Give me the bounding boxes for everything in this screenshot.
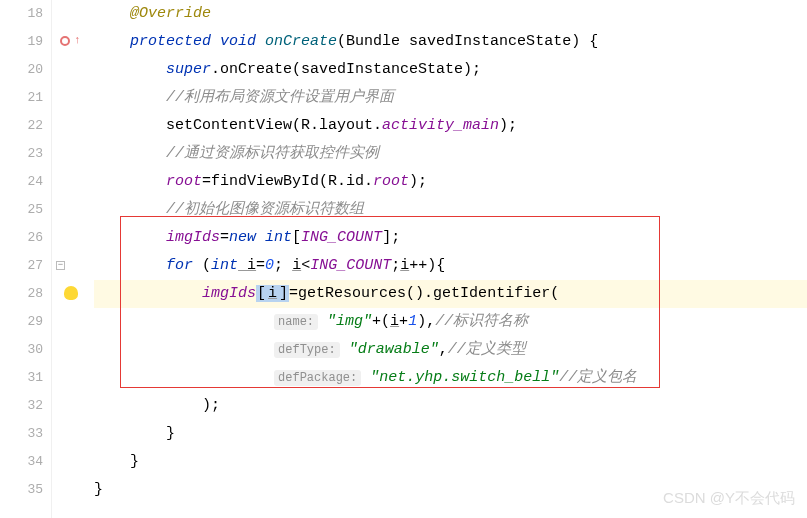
param-hint: defPackage: bbox=[274, 370, 361, 386]
line-number: 30 bbox=[0, 336, 43, 364]
line-number: 22 bbox=[0, 112, 43, 140]
line-number: 35 bbox=[0, 476, 43, 504]
line-number: 26 bbox=[0, 224, 43, 252]
code-editor: 18 19 20 21 22 23 24 25 26 27 28 29 30 3… bbox=[0, 0, 807, 518]
line-number: 28 bbox=[0, 280, 43, 308]
line-number: 20 bbox=[0, 56, 43, 84]
line-number: 19 bbox=[0, 28, 43, 56]
code-line[interactable]: ); bbox=[94, 392, 807, 420]
code-line[interactable]: } bbox=[94, 448, 807, 476]
line-number: 24 bbox=[0, 168, 43, 196]
code-line[interactable]: name: "img"+(i+1),//标识符名称 bbox=[94, 308, 807, 336]
line-number: 31 bbox=[0, 364, 43, 392]
code-line[interactable]: super.onCreate(savedInstanceState); bbox=[94, 56, 807, 84]
param-hint: defType: bbox=[274, 342, 340, 358]
code-line[interactable]: defType: "drawable",//定义类型 bbox=[94, 336, 807, 364]
code-line[interactable]: imgIds=new int[ING_COUNT]; bbox=[94, 224, 807, 252]
code-line[interactable]: //通过资源标识符获取控件实例 bbox=[94, 140, 807, 168]
line-number: 18 bbox=[0, 0, 43, 28]
line-number: 23 bbox=[0, 140, 43, 168]
line-number: 25 bbox=[0, 196, 43, 224]
code-line[interactable]: } bbox=[94, 420, 807, 448]
code-line[interactable]: root=findViewById(R.id.root); bbox=[94, 168, 807, 196]
code-line[interactable]: for (int i=0; i<ING_COUNT;i++){ bbox=[94, 252, 807, 280]
watermark: CSDN @Y不会代码 bbox=[663, 489, 795, 508]
line-number-gutter: 18 19 20 21 22 23 24 25 26 27 28 29 30 3… bbox=[0, 0, 52, 518]
fold-toggle-icon[interactable]: − bbox=[56, 261, 65, 270]
code-line[interactable]: setContentView(R.layout.activity_main); bbox=[94, 112, 807, 140]
intention-bulb-icon[interactable] bbox=[64, 286, 78, 300]
line-number: 27 bbox=[0, 252, 43, 280]
code-line[interactable]: defPackage: "net.yhp.switch_bell"//定义包名 bbox=[94, 364, 807, 392]
line-number: 32 bbox=[0, 392, 43, 420]
code-line[interactable]: @Override bbox=[94, 0, 807, 28]
code-line[interactable]: //初始化图像资源标识符数组 bbox=[94, 196, 807, 224]
gutter-icons: ↑ − bbox=[52, 0, 90, 518]
override-arrow-icon[interactable]: ↑ bbox=[74, 34, 81, 46]
line-number: 21 bbox=[0, 84, 43, 112]
code-line[interactable]: //利用布局资源文件设置用户界面 bbox=[94, 84, 807, 112]
param-hint: name: bbox=[274, 314, 318, 330]
code-line-active[interactable]: imgIds[i]=getResources().getIdentifier( bbox=[94, 280, 807, 308]
code-area[interactable]: @Override protected void onCreate(Bundle… bbox=[90, 0, 807, 518]
override-gutter-icon[interactable] bbox=[60, 36, 70, 46]
line-number: 34 bbox=[0, 448, 43, 476]
code-line[interactable]: protected void onCreate(Bundle savedInst… bbox=[94, 28, 807, 56]
line-number: 29 bbox=[0, 308, 43, 336]
line-number: 33 bbox=[0, 420, 43, 448]
